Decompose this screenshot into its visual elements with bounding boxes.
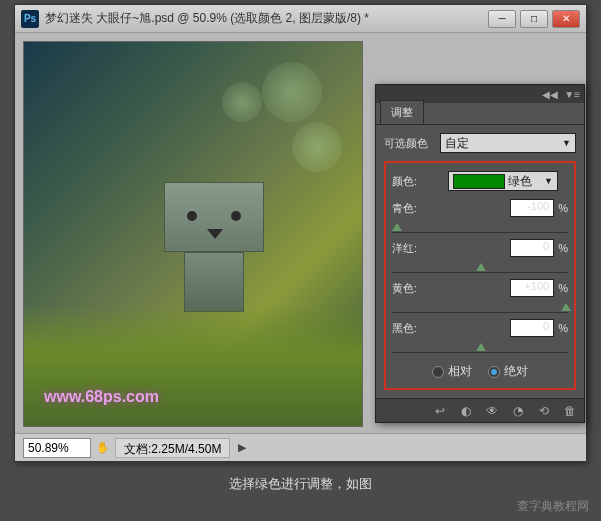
app-icon: Ps [21,10,39,28]
panel-footer: ↩ ◐ 👁 ◔ ⟲ 🗑 [376,398,584,422]
color-value: 绿色 [508,174,532,188]
yellow-slider[interactable] [392,299,568,313]
flyout-icon[interactable]: ▶ [234,440,250,456]
slider-magenta: 洋红: 0% [392,239,568,273]
slider-label: 青色: [392,201,417,216]
radio-absolute[interactable]: 绝对 [488,363,528,380]
slider-black: 黑色: 0% [392,319,568,353]
percent-label: % [558,242,568,254]
preset-select[interactable]: 自定 ▼ [440,133,576,153]
color-select[interactable]: 绿色 ▼ [448,171,558,191]
toggle-icon[interactable]: ◐ [458,403,474,419]
magenta-input[interactable]: 0 [510,239,554,257]
black-slider[interactable] [392,339,568,353]
slider-yellow: 黄色: +100% [392,279,568,313]
chevron-down-icon: ▼ [544,176,553,186]
minimize-button[interactable]: ─ [488,10,516,28]
panel-tabs: 调整 [376,103,584,125]
site-watermark: 查字典教程网 [517,498,589,515]
panel-menu-icon[interactable]: ▼≡ [564,89,580,100]
preset-value: 自定 [445,135,469,152]
titlebar: Ps 梦幻迷失 大眼仔~旭.psd @ 50.9% (选取颜色 2, 图层蒙版/… [15,5,586,33]
slider-label: 黑色: [392,321,417,336]
black-input[interactable]: 0 [510,319,554,337]
chevron-down-icon: ▼ [562,138,571,148]
window-controls: ─ □ ✕ [488,10,580,28]
visibility-icon[interactable]: 👁 [484,403,500,419]
tab-adjustments[interactable]: 调整 [380,100,424,124]
radio-label: 相对 [448,363,472,380]
hand-icon[interactable]: ✋ [95,440,111,456]
radio-icon [488,366,500,378]
preset-label: 可选颜色 [384,136,434,151]
slider-thumb[interactable] [392,223,402,231]
slider-thumb[interactable] [476,343,486,351]
percent-label: % [558,282,568,294]
delete-icon[interactable]: 🗑 [562,403,578,419]
slider-label: 黄色: [392,281,417,296]
magenta-slider[interactable] [392,259,568,273]
slider-thumb[interactable] [561,303,571,311]
radio-relative[interactable]: 相对 [432,363,472,380]
reset-icon[interactable]: ⟲ [536,403,552,419]
method-radios: 相对 绝对 [392,363,568,380]
close-button[interactable]: ✕ [552,10,580,28]
slider-label: 洋红: [392,241,417,256]
maximize-button[interactable]: □ [520,10,548,28]
slider-cyan: 青色: -100% [392,199,568,233]
doc-info: 文档:2.25M/4.50M [115,438,230,458]
canvas[interactable]: www.68ps.com [23,41,363,427]
percent-label: % [558,322,568,334]
zoom-input[interactable]: 50.89% [23,438,91,458]
panel-collapse-icon[interactable]: ◀◀ [542,89,558,100]
radio-label: 绝对 [504,363,528,380]
percent-label: % [558,202,568,214]
statusbar: 50.89% ✋ 文档:2.25M/4.50M ▶ [15,433,586,461]
watermark: www.68ps.com [44,388,159,406]
yellow-input[interactable]: +100 [510,279,554,297]
return-icon[interactable]: ↩ [432,403,448,419]
color-swatch [453,174,505,189]
color-label: 颜色: [392,174,442,189]
cyan-slider[interactable] [392,219,568,233]
adjustments-panel: ◀◀ ▼≡ 调整 可选颜色 自定 ▼ 颜色: 绿色 ▼ 青色: [375,84,585,423]
window-title: 梦幻迷失 大眼仔~旭.psd @ 50.9% (选取颜色 2, 图层蒙版/8) … [45,10,488,27]
cyan-input[interactable]: -100 [510,199,554,217]
radio-icon [432,366,444,378]
canvas-image: www.68ps.com [24,42,362,426]
panel-body: 可选颜色 自定 ▼ 颜色: 绿色 ▼ 青色: -100% [376,125,584,398]
prev-state-icon[interactable]: ◔ [510,403,526,419]
page-caption: 选择绿色进行调整，如图 [0,475,601,493]
slider-thumb[interactable] [476,263,486,271]
highlight-box: 颜色: 绿色 ▼ 青色: -100% 洋红: 0% [384,161,576,390]
